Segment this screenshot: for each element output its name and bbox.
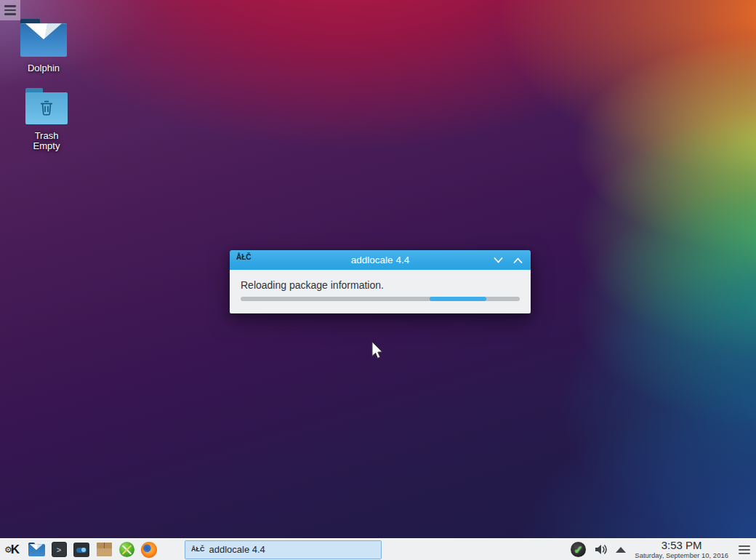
clock-time: 3:53 PM <box>662 540 702 551</box>
desktop-icon-label: Trash Empty <box>33 131 60 151</box>
mouse-cursor <box>371 341 385 360</box>
trash-can-icon <box>39 99 55 116</box>
toggle-switch-icon <box>73 543 89 557</box>
volume-icon[interactable] <box>594 543 608 556</box>
clock-date: Saturday, September 10, 2016 <box>635 552 728 559</box>
desktop-wallpaper: Dolphin Trash Empty ÅŁČ addlocale 4.4 <box>0 0 756 560</box>
tools-ball-icon <box>119 542 134 557</box>
addlocale-app-icon: ÅŁČ <box>236 254 252 261</box>
addlocale-dialog-window: ÅŁČ addlocale 4.4 Reloading package info… <box>230 250 531 313</box>
addlocale-task-icon: ÅŁČ <box>191 546 205 553</box>
clock[interactable]: 3:53 PM Saturday, September 10, 2016 <box>635 540 728 559</box>
launcher-system-tools[interactable] <box>118 541 135 559</box>
launcher-kde-menu[interactable]: ⚙K <box>5 541 23 559</box>
dialog-title: addlocale 4.4 <box>230 255 531 265</box>
desktop-toolbox-button[interactable] <box>0 0 20 20</box>
tray-expand-arrow-icon[interactable] <box>616 547 626 553</box>
launcher-file-manager[interactable] <box>28 541 45 559</box>
progress-bar-fill <box>430 297 486 301</box>
progress-bar <box>241 297 520 301</box>
desktop-icon-dolphin[interactable]: Dolphin <box>12 19 75 73</box>
hamburger-icon <box>4 5 16 7</box>
launcher-settings[interactable] <box>73 541 90 559</box>
taskbar-task-addlocale[interactable]: ÅŁČ addlocale 4.4 <box>185 540 382 559</box>
shade-button[interactable] <box>512 254 524 266</box>
task-button-label: addlocale 4.4 <box>209 544 265 555</box>
desktop-icon-trash[interactable]: Trash Empty <box>15 88 78 151</box>
panel-menu-button[interactable] <box>739 545 750 554</box>
dolphin-folder-icon <box>20 19 67 57</box>
firefox-icon <box>141 542 157 558</box>
folder-icon <box>28 543 45 556</box>
progress-message: Reloading package information. <box>241 279 520 291</box>
taskbar: ⚙K > ÅŁČ addlocale 4.4 ✓ <box>0 538 756 560</box>
launcher-packages[interactable] <box>95 541 113 559</box>
trash-folder-icon <box>25 88 68 124</box>
dialog-body: Reloading package information. <box>230 270 531 313</box>
system-tray: ✓ <box>571 542 626 557</box>
launcher-terminal[interactable]: > <box>50 541 68 559</box>
terminal-icon: > <box>52 542 67 557</box>
launcher-firefox[interactable] <box>140 541 158 559</box>
chevron-up-icon <box>512 256 523 265</box>
package-box-icon <box>97 543 112 556</box>
minimize-button[interactable] <box>492 254 504 266</box>
kde-logo-icon: ⚙K <box>6 542 22 558</box>
update-check-icon[interactable]: ✓ <box>571 542 586 557</box>
chevron-down-icon <box>493 256 504 265</box>
dialog-titlebar[interactable]: ÅŁČ addlocale 4.4 <box>230 250 531 270</box>
desktop-icon-label: Dolphin <box>28 63 60 73</box>
hamburger-icon <box>739 545 750 547</box>
